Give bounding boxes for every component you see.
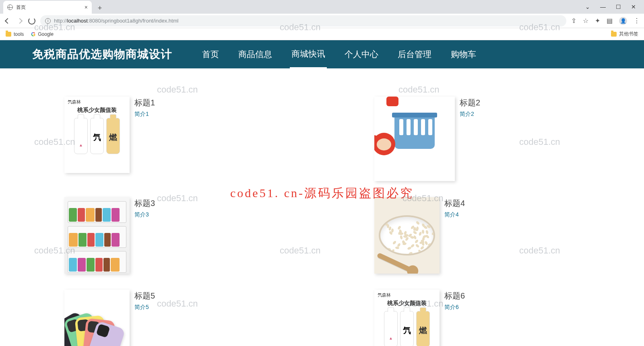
card-desc: 简介5 [134, 304, 155, 311]
close-tab-icon[interactable]: × [85, 4, 88, 10]
news-grid: 氕森林 桃系少女颜值装 标题1 简介1 [0, 68, 644, 346]
card-title: 标题5 [134, 290, 155, 301]
kebab-menu-icon[interactable]: ⋮ [634, 17, 640, 25]
card-title: 标题2 [460, 97, 480, 108]
card-text: 标题6 简介6 [444, 290, 465, 311]
maximize-button[interactable]: ☐ [615, 4, 621, 10]
bookmark-label: tools [14, 31, 24, 37]
minimize-button[interactable]: — [600, 4, 606, 10]
extensions-icon[interactable]: ✦ [595, 17, 600, 25]
url-text: http://localhost:8080/springboot1a8gh/fr… [54, 18, 178, 24]
card-text: 标题5 简介5 [134, 290, 155, 311]
bowl-icon [379, 215, 435, 255]
folder-icon [6, 32, 11, 37]
news-card[interactable]: 标题5 简介5 [64, 290, 270, 346]
card-thumb: 氕森林 桃系少女颜值装 [374, 290, 440, 346]
side-panel-icon[interactable]: ▤ [607, 17, 613, 25]
card-thumb [64, 197, 130, 274]
card-desc: 简介4 [444, 211, 465, 218]
bookmark-tools[interactable]: tools [6, 31, 24, 37]
chevron-down-icon[interactable]: ⌄ [584, 4, 591, 10]
tab-strip: 首页 × + [0, 0, 644, 14]
card-desc: 简介2 [460, 111, 480, 118]
news-card[interactable]: 标题4 简介4 [374, 197, 580, 274]
address-bar[interactable]: i http://localhost:8080/springboot1a8gh/… [40, 15, 566, 27]
phones-illustration [64, 290, 130, 346]
fridge-illustration [64, 197, 130, 274]
card-title: 标题6 [444, 290, 465, 301]
card-thumb: 氕森林 桃系少女颜值装 [64, 97, 130, 173]
new-tab-button[interactable]: + [94, 2, 105, 14]
bookmarks-bar: tools G Google 其他书签 [0, 28, 644, 40]
main-nav: 首页 商品信息 商城快讯 个人中心 后台管理 购物车 [200, 40, 478, 68]
card-thumb [374, 197, 440, 274]
bookmark-google[interactable]: G Google [31, 31, 54, 37]
nav-news[interactable]: 商城快讯 [290, 40, 327, 68]
card-text: 标题3 简介3 [134, 197, 155, 218]
nav-home[interactable]: 首页 [200, 40, 221, 68]
forward-button[interactable] [16, 17, 23, 25]
window-controls: ⌄ — ☐ ✕ [577, 0, 644, 14]
card-title: 标题3 [134, 198, 155, 209]
card-desc: 简介3 [134, 211, 155, 218]
bookmark-label: Google [38, 31, 54, 37]
nav-profile[interactable]: 个人中心 [343, 40, 380, 68]
site-header: 免税商品优选购物商城设计 首页 商品信息 商城快讯 个人中心 后台管理 购物车 [0, 40, 644, 68]
card-thumb [64, 290, 130, 346]
news-card[interactable]: 标题3 简介3 [64, 197, 270, 274]
share-icon[interactable]: ⇪ [571, 17, 576, 25]
card-title: 标题1 [134, 97, 155, 108]
site-title: 免税商品优选购物商城设计 [32, 47, 172, 62]
news-card[interactable]: 标题2 简介2 [374, 97, 580, 181]
globe-icon [7, 4, 13, 10]
reload-button[interactable] [28, 17, 35, 25]
news-card[interactable]: 氕森林 桃系少女颜值装 标题1 简介1 [64, 97, 270, 181]
site-info-icon[interactable]: i [45, 18, 51, 24]
card-text: 标题2 简介2 [460, 97, 480, 118]
cart-illustration [374, 97, 455, 181]
card-thumb [374, 97, 455, 181]
bottles-illustration: 氕森林 桃系少女颜值装 [374, 290, 440, 346]
card-desc: 简介1 [134, 111, 155, 118]
bottles-illustration: 氕森林 桃系少女颜值装 [64, 97, 130, 173]
browser-tab[interactable]: 首页 × [3, 1, 92, 14]
toolbar-right: ⇪ ☆ ✦ ▤ 👤 ⋮ [571, 17, 640, 25]
folder-icon [611, 32, 617, 37]
tab-title: 首页 [16, 4, 81, 11]
browser-toolbar: i http://localhost:8080/springboot1a8gh/… [0, 14, 644, 28]
news-card[interactable]: 氕森林 桃系少女颜值装 标题6 简介6 [374, 290, 580, 346]
nav-admin[interactable]: 后台管理 [396, 40, 433, 68]
profile-avatar-icon[interactable]: 👤 [619, 17, 627, 25]
nav-cart[interactable]: 购物车 [449, 40, 478, 68]
card-title: 标题4 [444, 198, 465, 209]
bookmark-star-icon[interactable]: ☆ [583, 17, 588, 25]
close-window-button[interactable]: ✕ [630, 4, 637, 10]
nav-products[interactable]: 商品信息 [237, 40, 274, 68]
browser-chrome: 首页 × + ⌄ — ☐ ✕ i http://localhost:8080/s… [0, 0, 644, 40]
other-bookmarks[interactable]: 其他书签 [611, 31, 638, 37]
card-text: 标题4 简介4 [444, 197, 465, 218]
card-text: 标题1 简介1 [134, 97, 155, 118]
oats-illustration [374, 197, 440, 274]
card-desc: 简介6 [444, 304, 465, 311]
page-viewport: 免税商品优选购物商城设计 首页 商品信息 商城快讯 个人中心 后台管理 购物车 … [0, 40, 644, 346]
google-icon: G [31, 31, 35, 37]
back-button[interactable] [4, 17, 11, 25]
bookmark-label: 其他书签 [619, 31, 638, 37]
